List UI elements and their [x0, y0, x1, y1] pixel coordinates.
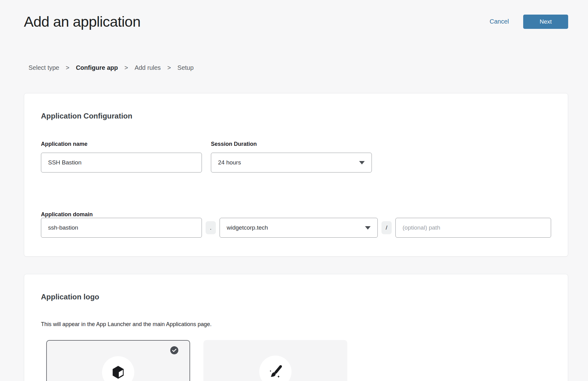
subdomain-input[interactable]	[41, 218, 202, 238]
application-name-input[interactable]	[41, 153, 202, 173]
chevron-down-icon	[359, 161, 365, 164]
application-name-field: Application name	[41, 141, 202, 173]
logo-options	[46, 340, 551, 381]
name-duration-row: Application name Session Duration 24 hou…	[41, 141, 551, 173]
chevron-down-icon	[365, 226, 371, 230]
step-configure-app[interactable]: Configure app	[76, 64, 118, 71]
breadcrumb-separator: >	[66, 64, 69, 71]
session-duration-select[interactable]: 24 hours	[211, 153, 372, 173]
breadcrumb-separator: >	[167, 64, 171, 71]
breadcrumb-separator: >	[124, 64, 128, 71]
path-input[interactable]	[395, 218, 551, 238]
default-logo-option[interactable]	[46, 340, 190, 381]
logo-icon-circle	[102, 356, 134, 381]
step-setup[interactable]: Setup	[177, 64, 194, 71]
application-domain-field: Application domain . widgetcorp.tech /	[41, 211, 551, 238]
logo-description: This will appear in the App Launcher and…	[41, 321, 551, 328]
logo-heading: Application logo	[41, 292, 551, 302]
session-duration-field: Session Duration 24 hours	[211, 141, 372, 173]
add-application-page: Add an application Cancel Next Select ty…	[0, 0, 588, 381]
application-configuration-card: Application Configuration Application na…	[24, 93, 568, 257]
dot-separator-badge: .	[206, 221, 216, 234]
next-button[interactable]: Next	[523, 15, 568, 29]
check-icon	[170, 346, 178, 354]
application-domain-label: Application domain	[41, 211, 551, 218]
domain-select[interactable]: widgetcorp.tech	[220, 218, 378, 238]
application-logo-card: Application logo This will appear in the…	[24, 274, 568, 381]
configuration-heading: Application Configuration	[41, 111, 551, 121]
application-name-label: Application name	[41, 141, 202, 147]
domain-select-value: widgetcorp.tech	[227, 224, 268, 231]
cube-icon	[110, 365, 126, 380]
breadcrumb: Select type > Configure app > Add rules …	[29, 64, 588, 71]
step-select-type[interactable]: Select type	[29, 64, 59, 71]
page-header: Add an application Cancel Next	[0, 0, 588, 30]
session-duration-value: 24 hours	[218, 159, 241, 166]
paintbrush-icon	[267, 363, 284, 380]
page-title: Add an application	[24, 13, 140, 30]
cancel-button[interactable]: Cancel	[490, 18, 509, 25]
header-actions: Cancel Next	[490, 15, 568, 29]
slash-separator-badge: /	[381, 221, 392, 234]
custom-logo-option[interactable]	[203, 340, 347, 381]
logo-icon-circle	[259, 356, 292, 381]
application-domain-row: . widgetcorp.tech /	[41, 218, 551, 238]
session-duration-label: Session Duration	[211, 141, 372, 147]
step-add-rules[interactable]: Add rules	[135, 64, 161, 71]
